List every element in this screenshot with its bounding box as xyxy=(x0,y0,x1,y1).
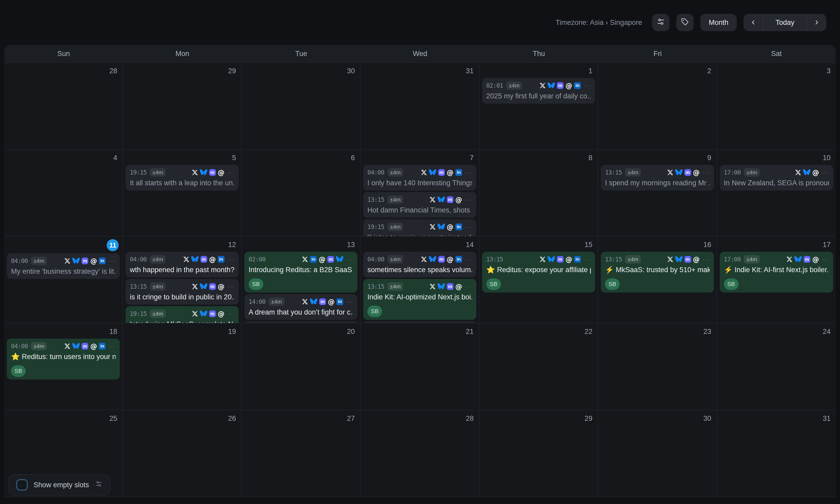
day-cell-19[interactable]: 19 xyxy=(123,323,242,410)
day-cell-28[interactable]: 28 xyxy=(361,410,479,497)
date-label: 15 xyxy=(585,240,593,249)
event-time: 04:00 xyxy=(367,256,384,263)
date-label: 22 xyxy=(585,327,593,336)
event-card[interactable]: 17:00±4mm@···⚡ Indie Kit: AI-first Next.… xyxy=(720,252,833,292)
more-platforms-icon: ··· xyxy=(346,299,353,304)
event-card[interactable]: 13:15±4mm@···Hot damn Financial Times, s… xyxy=(363,192,476,218)
day-cell-22[interactable]: 22 xyxy=(479,323,598,410)
event-card[interactable]: 13:15±4mm@···⚡ MkSaaS: trusted by 510+ m… xyxy=(601,252,714,292)
event-text: My entire 'business strategy' is lit... xyxy=(11,266,116,276)
day-cell-2[interactable]: 2 xyxy=(598,62,717,149)
day-cell-30[interactable]: 30 xyxy=(598,410,717,497)
day-cell-24[interactable]: 24 xyxy=(717,323,836,410)
date-label: 16 xyxy=(703,240,712,249)
filter-button[interactable] xyxy=(652,14,669,31)
event-card[interactable]: 13:15m@in···⭐ Reditus: expose your affil… xyxy=(482,252,595,292)
bluesky-icon xyxy=(548,82,555,89)
day-cell-20[interactable]: 20 xyxy=(242,323,361,410)
event-time: 04:00 xyxy=(367,169,384,176)
event-text: ⭐ Reditus: expose your affiliate p... xyxy=(486,265,591,275)
date-label: 14 xyxy=(466,240,474,249)
author-avatar: SB xyxy=(724,278,739,290)
mastodon-icon: m xyxy=(327,256,334,263)
day-cell-14[interactable]: 1404:00±4mm@in···sometimes silence speak… xyxy=(361,236,479,323)
events-container xyxy=(598,77,716,149)
day-cell-29[interactable]: 29 xyxy=(123,62,242,149)
date-label: 24 xyxy=(823,327,830,336)
event-card[interactable]: 13:15±4mm@···Indie Kit: AI-optimized Nex… xyxy=(363,279,476,320)
day-cell-7[interactable]: 704:00±4mm@in···I only have 140 Interest… xyxy=(361,149,479,236)
event-card[interactable]: 13:15±4mm@···I spend my mornings reading… xyxy=(601,165,714,191)
show-empty-slots-checkbox[interactable] xyxy=(16,479,28,491)
day-cell-28[interactable]: 28 xyxy=(4,62,123,149)
event-card[interactable]: 14:00±4mm@in···A dream that you don’t fi… xyxy=(244,294,357,320)
x-icon xyxy=(667,256,673,263)
next-month-button[interactable]: › xyxy=(807,14,826,31)
event-card[interactable]: 13:15±4mm@···is it cringe to build in pu… xyxy=(125,279,238,305)
month-view-button[interactable]: Month xyxy=(700,14,737,31)
prev-month-button[interactable]: ‹ xyxy=(743,14,763,31)
day-cell-9[interactable]: 913:15±4mm@···I spend my mornings readin… xyxy=(598,149,717,236)
event-card[interactable]: 02:00in@m···Introducing Reditus: a B2B S… xyxy=(244,252,357,292)
day-cell-13[interactable]: 1302:00in@m···Introducing Reditus: a B2B… xyxy=(242,236,361,323)
date-label: 8 xyxy=(588,154,593,162)
calendar-grid: 28293031102:01±4mm@in···2025 my first fu… xyxy=(4,62,836,497)
day-cell-11[interactable]: 1104:00±4mm@in···My entire 'business str… xyxy=(4,236,123,323)
event-card[interactable]: 04:00±4mm@in···sometimes silence speaks … xyxy=(363,252,476,277)
date-row: 19 xyxy=(123,323,241,338)
show-empty-slots-toggle[interactable]: Show empty slots xyxy=(8,474,110,496)
event-text: A dream that you don’t fight for c... xyxy=(248,307,353,317)
day-cell-21[interactable]: 21 xyxy=(361,323,479,410)
date-label: 12 xyxy=(228,240,236,249)
date-row: 24 xyxy=(717,323,836,338)
platform-icons: @··· xyxy=(795,169,829,176)
day-cell-6[interactable]: 6 xyxy=(242,149,361,236)
day-cell-5[interactable]: 519:15±4mm@···It all starts with a leap … xyxy=(123,149,242,236)
event-offset-badge: ±4m xyxy=(744,255,760,264)
day-cell-15[interactable]: 1513:15m@in···⭐ Reditus: expose your aff… xyxy=(479,236,598,323)
day-cell-17[interactable]: 1717:00±4mm@···⚡ Indie Kit: AI-first Nex… xyxy=(717,236,836,323)
day-cell-4[interactable]: 4 xyxy=(4,149,123,236)
event-header: 13:15±4mm@··· xyxy=(367,195,472,205)
day-cell-16[interactable]: 1613:15±4mm@···⚡ MkSaaS: trusted by 510+… xyxy=(598,236,717,323)
bluesky-icon xyxy=(72,257,80,264)
day-cell-18[interactable]: 1804:00±4mm@in···⭐ Reditus: turn users i… xyxy=(4,323,123,410)
day-cell-27[interactable]: 27 xyxy=(242,410,361,497)
day-cell-3[interactable]: 3 xyxy=(717,62,836,149)
mastodon-icon: m xyxy=(557,82,564,89)
event-time: 13:15 xyxy=(130,283,147,290)
event-card[interactable]: 17:00±4m@···In New Zealand, SEGA is pron… xyxy=(720,165,833,191)
more-platforms-icon: ··· xyxy=(822,257,829,262)
event-card[interactable]: 02:01±4mm@in···2025 my first full year o… xyxy=(482,78,595,104)
date-row: 13 xyxy=(242,237,360,251)
day-cell-30[interactable]: 30 xyxy=(242,62,361,149)
event-card[interactable]: 19:15±4mm@···Introducing MkSaaS: complet… xyxy=(125,306,238,323)
event-card[interactable]: 19:15±4m@in···“Listen to music or sports… xyxy=(363,219,476,236)
mastodon-icon: m xyxy=(209,283,216,290)
date-label: 23 xyxy=(703,327,712,336)
event-card[interactable]: 04:00±4mm@in···⭐ Reditus: turn users int… xyxy=(7,339,120,379)
threads-icon: @ xyxy=(90,343,97,349)
day-cell-31[interactable]: 31 xyxy=(717,410,836,497)
event-header: 13:15±4mm@··· xyxy=(367,282,472,291)
day-cell-8[interactable]: 8 xyxy=(479,149,598,236)
today-button[interactable]: Today xyxy=(763,14,807,31)
day-cell-26[interactable]: 26 xyxy=(123,410,242,497)
event-card[interactable]: 19:15±4mm@···It all starts with a leap i… xyxy=(125,165,238,191)
day-cell-1[interactable]: 102:01±4mm@in···2025 my first full year … xyxy=(479,62,598,149)
day-cell-23[interactable]: 23 xyxy=(598,323,717,410)
more-platforms-icon: ··· xyxy=(227,257,235,262)
more-platforms-icon: ··· xyxy=(465,224,472,230)
event-card[interactable]: 04:00±4mm@in···wth happened in the past … xyxy=(125,252,238,277)
tag-button[interactable] xyxy=(676,14,693,31)
date-row: 7 xyxy=(361,150,479,164)
day-cell-31[interactable]: 31 xyxy=(361,62,479,149)
author-avatar: SB xyxy=(248,278,263,290)
platform-icons: m@··· xyxy=(429,283,472,290)
event-card[interactable]: 04:00±4mm@in···My entire 'business strat… xyxy=(7,253,120,279)
day-cell-10[interactable]: 1017:00±4m@···In New Zealand, SEGA is pr… xyxy=(717,149,836,236)
event-card[interactable]: 04:00±4mm@in···I only have 140 Interesti… xyxy=(363,165,476,191)
day-cell-29[interactable]: 29 xyxy=(479,410,598,497)
day-cell-12[interactable]: 1204:00±4mm@in···wth happened in the pas… xyxy=(123,236,242,323)
event-header: 02:01±4mm@in··· xyxy=(486,80,591,91)
